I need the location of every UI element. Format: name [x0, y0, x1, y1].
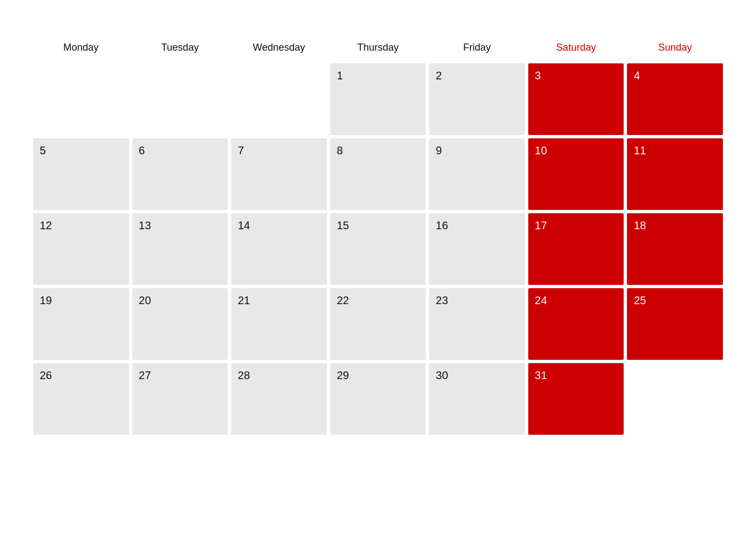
day-cell-18[interactable]: 18 — [627, 213, 723, 285]
day-number: 28 — [238, 369, 250, 381]
day-cell-5[interactable]: 5 — [33, 138, 129, 210]
day-cell-4[interactable]: 4 — [627, 63, 723, 135]
day-number: 3 — [535, 69, 541, 82]
day-number: 24 — [535, 294, 547, 306]
day-cell-3[interactable]: 3 — [528, 63, 624, 135]
day-cell-11[interactable]: 11 — [627, 138, 723, 210]
day-cell-26[interactable]: 26 — [33, 363, 129, 435]
day-cell-empty[interactable] — [627, 363, 723, 435]
day-number: 15 — [337, 219, 349, 231]
day-number: 11 — [634, 144, 646, 156]
calendar-container: MondayTuesdayWednesdayThursdayFridaySatu… — [33, 22, 723, 435]
day-number: 30 — [436, 369, 448, 381]
day-cell-2[interactable]: 2 — [429, 63, 525, 135]
day-header-sunday: Sunday — [627, 37, 723, 60]
day-number: 21 — [238, 294, 250, 306]
day-cell-31[interactable]: 31 — [528, 363, 624, 435]
day-cell-22[interactable]: 22 — [330, 288, 426, 360]
day-cell-6[interactable]: 6 — [132, 138, 228, 210]
day-number: 12 — [40, 219, 52, 231]
day-number: 5 — [40, 144, 46, 156]
day-number: 17 — [535, 219, 547, 231]
day-cell-30[interactable]: 30 — [429, 363, 525, 435]
day-cell-27[interactable]: 27 — [132, 363, 228, 435]
day-cell-17[interactable]: 17 — [528, 213, 624, 285]
day-cell-13[interactable]: 13 — [132, 213, 228, 285]
calendar-grid: MondayTuesdayWednesdayThursdayFridaySatu… — [33, 37, 723, 435]
day-cell-20[interactable]: 20 — [132, 288, 228, 360]
day-cell-12[interactable]: 12 — [33, 213, 129, 285]
day-cell-10[interactable]: 10 — [528, 138, 624, 210]
day-number: 6 — [139, 144, 145, 156]
day-number: 10 — [535, 144, 547, 156]
day-number: 19 — [40, 294, 52, 306]
day-cell-7[interactable]: 7 — [231, 138, 327, 210]
day-number: 25 — [634, 294, 646, 306]
day-number: 13 — [139, 219, 151, 231]
day-cell-21[interactable]: 21 — [231, 288, 327, 360]
day-number: 20 — [139, 294, 151, 306]
day-cell-23[interactable]: 23 — [429, 288, 525, 360]
day-header-monday: Monday — [33, 37, 129, 60]
day-number: 16 — [436, 219, 448, 231]
day-header-friday: Friday — [429, 37, 525, 60]
day-cell-28[interactable]: 28 — [231, 363, 327, 435]
day-cell-14[interactable]: 14 — [231, 213, 327, 285]
day-cell-16[interactable]: 16 — [429, 213, 525, 285]
day-number: 29 — [337, 369, 349, 381]
day-cell-24[interactable]: 24 — [528, 288, 624, 360]
day-number: 9 — [436, 144, 442, 156]
day-number: 31 — [535, 369, 547, 381]
day-number: 7 — [238, 144, 244, 156]
day-header-saturday: Saturday — [528, 37, 624, 60]
day-number: 26 — [40, 369, 52, 381]
day-number: 27 — [139, 369, 151, 381]
day-cell-25[interactable]: 25 — [627, 288, 723, 360]
day-header-wednesday: Wednesday — [231, 37, 327, 60]
day-cell-19[interactable]: 19 — [33, 288, 129, 360]
day-cell-empty[interactable] — [33, 63, 129, 135]
day-cell-8[interactable]: 8 — [330, 138, 426, 210]
day-number: 2 — [436, 69, 442, 82]
day-header-tuesday: Tuesday — [132, 37, 228, 60]
day-header-thursday: Thursday — [330, 37, 426, 60]
day-cell-empty[interactable] — [231, 63, 327, 135]
day-number: 22 — [337, 294, 349, 306]
day-number: 23 — [436, 294, 448, 306]
day-number: 4 — [634, 69, 640, 82]
day-number: 1 — [337, 69, 343, 82]
day-number: 8 — [337, 144, 343, 156]
day-number: 18 — [634, 219, 646, 231]
day-cell-9[interactable]: 9 — [429, 138, 525, 210]
day-cell-empty[interactable] — [132, 63, 228, 135]
day-cell-1[interactable]: 1 — [330, 63, 426, 135]
day-number: 14 — [238, 219, 250, 231]
day-cell-29[interactable]: 29 — [330, 363, 426, 435]
day-cell-15[interactable]: 15 — [330, 213, 426, 285]
